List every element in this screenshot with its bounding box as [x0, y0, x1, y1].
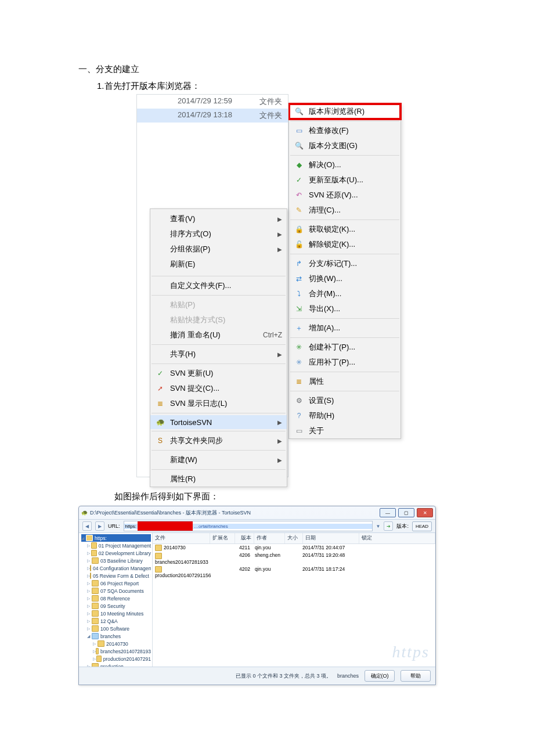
tree-item[interactable]: ▷production201407291: [81, 655, 151, 663]
file-date: 2014/7/29 13:18: [178, 110, 232, 121]
tree-item[interactable]: ▷09 Security: [81, 602, 151, 610]
tree-label: 12 Q&A: [100, 618, 118, 624]
svn-menu-item[interactable]: ↱分支/标记(T)...: [289, 256, 400, 271]
tree-item[interactable]: ▷100 Software: [81, 625, 151, 632]
ctx-group[interactable]: 分组依据(P)▶: [150, 242, 287, 257]
ctx-undo-rename[interactable]: 撤消 重命名(U)Ctrl+Z: [150, 327, 287, 343]
svn-menu-item[interactable]: 🔓解除锁定(K)...: [289, 237, 400, 252]
ctx-refresh[interactable]: 刷新(E): [150, 257, 287, 272]
ctx-new[interactable]: 新建(W)▶: [150, 452, 287, 467]
col-size[interactable]: 大小: [285, 533, 303, 543]
svn-menu-item[interactable]: ＋增加(A)...: [289, 321, 400, 336]
url-dropdown[interactable]: ▼: [376, 524, 381, 529]
url-input[interactable]: https: …ortal/branches: [124, 521, 373, 531]
rev-label: 版本:: [396, 523, 409, 530]
nav-forward[interactable]: ▶: [95, 521, 104, 531]
explorer-context-menu: 查看(V)▶ 排序方式(O)▶ 分组依据(P)▶ 刷新(E) 自定义文件夹(F)…: [150, 208, 287, 487]
tree-label: 01 Project Management: [99, 543, 151, 549]
file-row[interactable]: 2014/7/29 12:59 文件夹: [137, 95, 288, 109]
ctx-svn-log[interactable]: ≣SVN 显示日志(L): [150, 396, 287, 411]
svn-menu-item[interactable]: 🔒获取锁定(K)...: [289, 222, 400, 237]
tree-item[interactable]: ▷10 Meeting Minutes: [81, 610, 151, 617]
svn-menu-item[interactable]: ≣属性: [289, 374, 400, 389]
tree-item[interactable]: ▷12 Q&A: [81, 617, 151, 625]
tree-item[interactable]: ▷03 Baseline Library: [81, 557, 151, 564]
tree-item[interactable]: ▷20140730: [81, 640, 151, 647]
rev-button[interactable]: HEAD: [412, 521, 432, 531]
tortoisesvn-submenu: 🔍版本库浏览器(R)▭检查修改(F)🔍版本分支图(G)◆解决(O)...✓更新至…: [288, 103, 401, 439]
svn-menu-item[interactable]: ◆解决(O)...: [289, 157, 400, 172]
svn-menu-label: 增加(A)...: [309, 323, 396, 333]
tree-label: 100 Software: [100, 626, 129, 632]
svn-menu-item[interactable]: ⇄切换(W)...: [289, 271, 400, 286]
tree-item[interactable]: ▷branches20140728193: [81, 647, 151, 655]
ctx-tortoisesvn[interactable]: 🐢TortoiseSVN▶: [150, 415, 287, 429]
g-search-icon: 🔍: [294, 107, 304, 116]
tree-label: 05 Review Form & Defect L: [93, 573, 151, 579]
g-settings-icon: ⚙: [294, 396, 304, 405]
nav-back[interactable]: ◀: [82, 521, 92, 531]
col-author[interactable]: 作者: [254, 533, 285, 543]
g-add-icon: ＋: [294, 323, 304, 333]
file-date: 2014/7/29 12:59: [178, 96, 232, 107]
svn-menu-item[interactable]: ✳应用补丁(P)...: [289, 355, 400, 370]
svn-menu-item[interactable]: ⤵合并(M)...: [289, 286, 400, 301]
g-branch-icon: ↱: [294, 259, 304, 268]
col-ext[interactable]: 扩展名: [210, 533, 235, 543]
tree-item[interactable]: ▷08 Reference: [81, 595, 151, 602]
svn-menu-label: 合并(M)...: [309, 289, 396, 299]
ctx-svn-commit[interactable]: ➚SVN 提交(C)...: [150, 381, 287, 396]
col-file[interactable]: 文件: [153, 533, 210, 543]
svn-menu-item[interactable]: ✓更新至版本(U)...: [289, 172, 400, 188]
svn-menu-item[interactable]: ↶SVN 还原(V)...: [289, 188, 400, 203]
svn-menu-item[interactable]: ✳创建补丁(P)...: [289, 340, 400, 355]
col-rev[interactable]: 版本: [235, 533, 254, 543]
svn-menu-item[interactable]: ▭关于: [289, 423, 400, 438]
tree-label: 20140730: [106, 641, 128, 647]
tree-item[interactable]: ▷production: [81, 663, 151, 667]
svn-menu-label: 设置(S): [309, 395, 396, 406]
tree-item[interactable]: ▷06 Project Report: [81, 579, 151, 587]
tree-item[interactable]: ▷01 Project Management: [81, 542, 151, 549]
g-help-icon: ?: [294, 411, 304, 420]
svn-menu-item[interactable]: ⇲导出(X)...: [289, 301, 400, 316]
help-button[interactable]: 帮助: [400, 670, 431, 682]
ctx-view[interactable]: 查看(V)▶: [150, 211, 287, 226]
svn-menu-item[interactable]: ✎清理(C)...: [289, 203, 400, 218]
list-row[interactable]: branches2014072819334206sheng.chen2014/7…: [153, 552, 435, 565]
folder-icon: [91, 550, 97, 556]
svn-menu-item[interactable]: 🔍版本分支图(G): [289, 138, 400, 153]
ctx-share[interactable]: 共享(H)▶: [150, 347, 287, 362]
close-button[interactable]: ✕: [417, 508, 433, 517]
ctx-svn-update[interactable]: ✓SVN 更新(U): [150, 366, 287, 381]
max-button[interactable]: ▢: [398, 508, 414, 517]
ok-button[interactable]: 确定(O): [365, 670, 395, 682]
file-row[interactable]: 2014/7/29 13:18 文件夹: [137, 109, 288, 123]
svn-menu-item[interactable]: ⚙设置(S): [289, 393, 400, 408]
col-date[interactable]: 日期: [303, 533, 359, 543]
tree-item[interactable]: ▷05 Review Form & Defect L: [81, 572, 151, 579]
svn-menu-item[interactable]: 🔍版本库浏览器(R): [289, 104, 400, 119]
tree-item[interactable]: ▷04 Configuration Managem: [81, 564, 151, 572]
ctx-share-sync[interactable]: S共享文件夹同步▶: [150, 433, 287, 448]
tree-item[interactable]: ▷02 Development Library: [81, 549, 151, 557]
figure-caption-2: 如图操作后得到如下界面：: [114, 491, 456, 502]
g-export-icon: ⇲: [294, 304, 304, 314]
tree-item[interactable]: ◢https:: [81, 534, 151, 542]
folder-icon: [92, 618, 99, 624]
ctx-sort[interactable]: 排序方式(O)▶: [150, 226, 287, 242]
tree-item[interactable]: ▷07 SQA Documents: [81, 587, 151, 595]
repo-tree[interactable]: ◢https:▷01 Project Management▷02 Develop…: [79, 533, 153, 667]
ctx-paste: 粘贴(P): [150, 297, 287, 312]
svn-menu-item[interactable]: ?帮助(H): [289, 408, 400, 423]
min-button[interactable]: —: [380, 508, 396, 517]
svn-menu-label: 解决(O)...: [309, 160, 396, 170]
svn-menu-item[interactable]: ▭检查修改(F): [289, 123, 400, 138]
url-go[interactable]: ➔: [384, 521, 393, 531]
list-row[interactable]: 201407304211qin.you2014/7/31 20:44:07: [153, 544, 435, 552]
col-lock[interactable]: 锁定: [359, 533, 435, 543]
ctx-properties[interactable]: 属性(R): [150, 471, 287, 487]
list-row[interactable]: production2014072911564202qin.you2014/7/…: [153, 566, 435, 579]
tree-item[interactable]: ◢branches: [81, 632, 151, 640]
ctx-customize[interactable]: 自定义文件夹(F)...: [150, 278, 287, 293]
